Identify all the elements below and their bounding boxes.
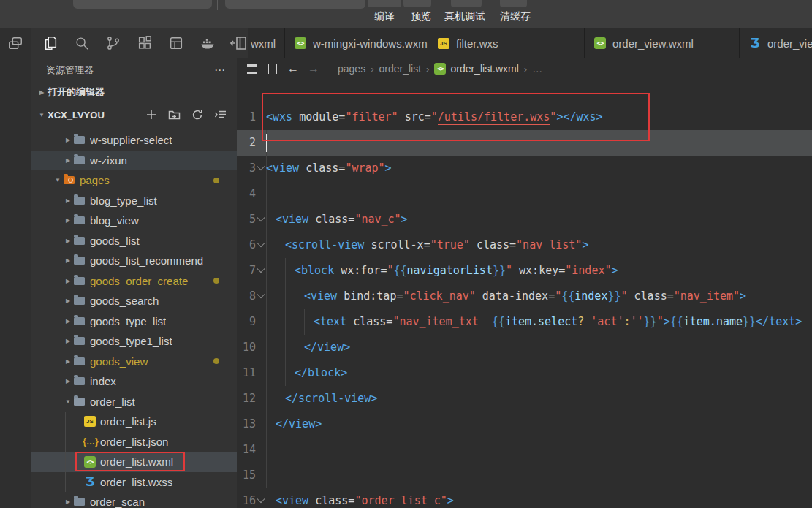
chevron-right-icon[interactable]: ▶ xyxy=(62,217,74,224)
chevron-right-icon[interactable]: ▶ xyxy=(62,278,74,284)
token-br: {{ xyxy=(561,289,574,303)
tree-item-goods_list[interactable]: ▶goods_list xyxy=(31,231,237,251)
toolbar-input-clipped[interactable] xyxy=(225,0,365,9)
remote-debug-button-top[interactable] xyxy=(451,0,482,7)
chevron-down-icon[interactable]: ▼ xyxy=(62,398,74,405)
bookmark-icon[interactable] xyxy=(266,62,279,75)
toolbar-action-1[interactable]: 预览 xyxy=(411,10,431,23)
toolbar-action-3[interactable]: 清缓存 xyxy=(500,10,531,23)
tree-indent-guide xyxy=(65,472,66,493)
fold-chevron-icon[interactable] xyxy=(257,213,265,221)
tab-order_view.[interactable]: Ʒorder_view. xyxy=(740,28,812,58)
new-file-icon[interactable] xyxy=(145,109,157,121)
preview-file-icon[interactable] xyxy=(167,34,185,52)
preview-button-top[interactable] xyxy=(403,0,431,7)
breadcrumb-item-1[interactable]: order_list xyxy=(379,63,422,75)
tree-item-goods_type1_list[interactable]: ▶goods_type1_list xyxy=(31,331,237,352)
chevron-right-icon[interactable]: ▶ xyxy=(62,297,74,304)
project-section[interactable]: ▼ XCX_LVYOU xyxy=(31,102,237,127)
chevron-right-icon[interactable]: ▶ xyxy=(62,157,74,164)
breadcrumb-bar: ← → pages›order_list›<>order_list.wxml›… xyxy=(237,58,812,79)
code-line-13: 13</view> xyxy=(237,412,812,437)
explorer-sidebar: 资源管理器 ⋯ ▶ 打开的编辑器 ▼ XCX_LVYOU ▶w-supplier… xyxy=(31,58,237,508)
toolbar-action-0[interactable]: 编译 xyxy=(374,10,395,23)
compile-button-top[interactable] xyxy=(368,0,401,7)
chevron-right-icon[interactable]: ▶ xyxy=(36,89,48,96)
fold-column xyxy=(256,258,266,284)
toolbar-action-2[interactable]: 真机调试 xyxy=(444,10,485,23)
split-editor-toggle-icon[interactable] xyxy=(230,34,248,52)
breadcrumb-item-0[interactable]: pages xyxy=(338,63,365,75)
tab-w-mingxi-windows.wxml[interactable]: <>w-mingxi-windows.wxml xyxy=(285,28,428,58)
code-editor[interactable]: 1<wxs module="filter" src="/utils/filter… xyxy=(237,79,812,508)
chevron-right-icon[interactable]: ▶ xyxy=(62,257,74,264)
files-explorer-icon[interactable] xyxy=(42,34,59,52)
tree-item-goods_order_create[interactable]: ▶goods_order_create xyxy=(31,271,237,292)
chevron-right-icon[interactable]: ▶ xyxy=(62,498,74,505)
folder-icon xyxy=(74,156,85,164)
collapse-all-icon[interactable] xyxy=(214,109,227,121)
clear-cache-button-top[interactable] xyxy=(500,0,527,7)
fold-column xyxy=(256,309,266,335)
tree-item-label: index xyxy=(90,375,116,387)
tree-item-goods_type_list[interactable]: ▶goods_type_list xyxy=(31,311,237,332)
top-toolbar: 编译预览真机调试清缓存 xyxy=(0,0,812,28)
tab-filter.wxs[interactable]: JSfilter.wxs xyxy=(428,28,585,58)
tree-item-goods_search[interactable]: ▶goods_search xyxy=(31,291,237,311)
fold-chevron-icon[interactable] xyxy=(257,289,265,297)
open-editors-section[interactable]: ▶ 打开的编辑器 xyxy=(31,82,237,102)
fold-chevron-icon[interactable] xyxy=(257,494,265,502)
tab-wxml[interactable]: wxml xyxy=(248,28,285,58)
tab-order_view.wxml[interactable]: <>order_view.wxml xyxy=(585,28,740,58)
toolbar-dropdown-clipped[interactable] xyxy=(73,0,212,9)
tree-item-w-zixun[interactable]: ▶w-zixun xyxy=(31,151,237,171)
chevron-down-icon[interactable]: ▼ xyxy=(36,112,48,118)
tree-item-w-supplier-select[interactable]: ▶w-supplier-select xyxy=(31,130,237,151)
tree-item-blog_view[interactable]: ▶blog_view xyxy=(31,211,237,231)
tree-item-pages[interactable]: ▼pages xyxy=(31,170,237,191)
chevron-right-icon[interactable]: ▶ xyxy=(62,238,74,244)
navigate-back-icon[interactable]: ← xyxy=(287,62,300,75)
fold-column xyxy=(256,335,266,360)
fold-chevron-icon[interactable] xyxy=(257,162,265,170)
line-number: 7 xyxy=(237,258,256,284)
code-line-4: 4 xyxy=(237,181,812,207)
chevron-right-icon[interactable]: ▶ xyxy=(62,318,74,325)
tree-item-order_scan[interactable]: ▶order_scan xyxy=(31,492,237,508)
tree-icon-slot: JS xyxy=(84,416,100,427)
breadcrumb-item-3[interactable]: … xyxy=(532,63,542,75)
breadcrumb-item-2[interactable]: <>order_list.wxml xyxy=(434,63,518,75)
chevron-right-icon[interactable]: ▶ xyxy=(62,197,74,204)
fold-chevron-icon[interactable] xyxy=(257,238,265,246)
tree-item-blog_type_list[interactable]: ▶blog_type_list xyxy=(31,191,237,211)
chevron-down-icon[interactable]: ▼ xyxy=(52,177,64,183)
new-folder-icon[interactable] xyxy=(168,109,181,121)
sidebar-more-icon[interactable]: ⋯ xyxy=(214,64,227,77)
extensions-icon[interactable] xyxy=(136,34,153,52)
tree-item-order_list.js[interactable]: JSorder_list.js xyxy=(31,412,237,432)
tree-item-order_list.wxml[interactable]: <>order_list.wxml xyxy=(31,452,237,472)
tree-icon-slot: {…} xyxy=(84,436,100,447)
tree-item-goods_list_recommend[interactable]: ▶goods_list_recommend xyxy=(31,251,237,271)
chevron-right-icon[interactable]: ▶ xyxy=(62,137,74,143)
chevron-right-icon[interactable]: ▶ xyxy=(62,338,74,344)
source-control-icon[interactable] xyxy=(105,34,122,52)
search-icon[interactable] xyxy=(73,34,91,52)
token-st: "index" xyxy=(565,264,611,277)
tree-item-goods_view[interactable]: ▶goods_view xyxy=(31,352,237,372)
token-st: "filter" xyxy=(345,110,398,124)
tree-item-order_list.wxss[interactable]: Ʒorder_list.wxss xyxy=(31,472,237,493)
code-text: <view class="wrap"> xyxy=(266,156,812,181)
tree-item-order_list[interactable]: ▼order_list xyxy=(31,392,237,412)
code-line-8: 8<view bind:tap="click_nav" data-index="… xyxy=(237,284,812,309)
outline-list-icon[interactable] xyxy=(246,62,259,75)
docker-icon[interactable] xyxy=(199,34,216,52)
fold-chevron-icon[interactable] xyxy=(257,264,265,272)
project-label: XCX_LVYOU xyxy=(48,110,105,121)
tree-item-index[interactable]: ▶index xyxy=(31,371,237,392)
chevron-right-icon[interactable]: ▶ xyxy=(62,378,74,384)
simulator-toggle-icon[interactable] xyxy=(7,34,24,52)
refresh-icon[interactable] xyxy=(191,109,203,121)
chevron-right-icon[interactable]: ▶ xyxy=(62,358,74,365)
tree-item-order_list.json[interactable]: {…}order_list.json xyxy=(31,432,237,452)
